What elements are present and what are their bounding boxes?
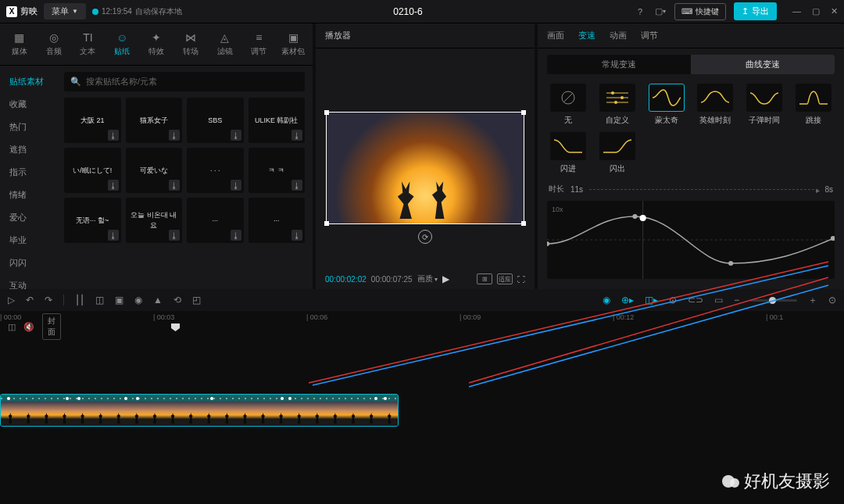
category-item[interactable]: 贴纸素材 xyxy=(0,70,56,93)
category-item[interactable]: 收藏 xyxy=(0,93,56,116)
preview-frame[interactable]: ⟳ xyxy=(326,112,524,224)
asset-tab-贴纸[interactable]: ☺贴纸 xyxy=(106,28,138,60)
curve-preset-flashout[interactable]: 闪出 xyxy=(596,132,639,174)
resize-handle-tl[interactable] xyxy=(324,110,329,115)
asset-tab-调节[interactable]: ≡调节 xyxy=(242,28,275,60)
download-icon[interactable]: ⭳ xyxy=(108,230,119,241)
curve-preset-hero[interactable]: 英雄时刻 xyxy=(694,84,737,126)
category-item[interactable]: 指示 xyxy=(0,161,56,184)
asset-tab-转场[interactable]: ⋈转场 xyxy=(174,28,207,60)
category-item[interactable]: 毕业 xyxy=(0,229,56,252)
duration-slider[interactable]: ▸ xyxy=(589,189,818,190)
download-icon[interactable]: ⭳ xyxy=(231,230,241,241)
zoom-fit-icon[interactable]: ⊙ xyxy=(828,295,836,306)
download-icon[interactable]: ⭳ xyxy=(169,130,180,141)
cover-button[interactable]: 封面 xyxy=(42,313,61,340)
asset-tab-媒体[interactable]: ▦媒体 xyxy=(3,28,36,60)
magnet-icon[interactable]: ⊙ xyxy=(669,295,677,306)
asset-tab-音频[interactable]: ◎音频 xyxy=(38,28,70,60)
category-item[interactable]: 情绪 xyxy=(0,184,56,206)
sticker-search-input[interactable]: 🔍 搜索贴纸名称/元素 xyxy=(64,72,305,91)
sticker-card[interactable]: い/眠にして!⭳ xyxy=(64,148,121,193)
resize-handle-br[interactable] xyxy=(521,221,526,226)
speed-curve-graph[interactable]: 10x xyxy=(547,201,835,279)
sticker-card[interactable]: 可爱いな⭳ xyxy=(126,148,183,193)
zoom-out-icon[interactable]: − xyxy=(734,295,739,306)
sticker-card[interactable]: ···⭳ xyxy=(187,198,244,243)
freeze-icon[interactable]: ◉ xyxy=(134,295,142,306)
sticker-card[interactable]: ULIKE 韩剧社⭳ xyxy=(249,98,306,143)
ratio-icon[interactable]: ⊞ xyxy=(477,273,492,284)
download-icon[interactable]: ⭳ xyxy=(291,180,302,191)
sticker-card[interactable]: SBS⭳ xyxy=(187,98,244,143)
download-icon[interactable]: ⭳ xyxy=(291,230,302,241)
resize-handle-bl[interactable] xyxy=(324,221,329,226)
speed-mode-curve[interactable]: 曲线变速 xyxy=(691,55,835,74)
curve-preset-flashin[interactable]: 闪进 xyxy=(547,132,590,174)
prop-tab-画面[interactable]: 画面 xyxy=(547,30,564,41)
menu-button[interactable]: 菜单▼ xyxy=(44,3,86,20)
crop-icon[interactable]: ◰ xyxy=(192,295,201,306)
rotate-icon[interactable]: ⟲ xyxy=(173,295,181,306)
asset-tab-特效[interactable]: ✦特效 xyxy=(140,28,173,60)
curve-preset-custom[interactable]: 自定义 xyxy=(596,84,639,126)
sticker-card[interactable]: 猫系女子⭳ xyxy=(126,98,183,143)
mic-icon[interactable]: ◉ xyxy=(603,295,610,306)
rotate-handle-icon[interactable]: ⟳ xyxy=(418,230,432,244)
asset-tab-素材包[interactable]: ▣素材包 xyxy=(277,28,309,60)
timeline-ruler[interactable]: | 00:00| 00:03| 00:06| 00:09| 00:12| 00:… xyxy=(0,311,844,327)
zoom-slider[interactable] xyxy=(750,299,797,302)
fullscreen-icon[interactable]: ⛶ xyxy=(517,275,525,284)
export-button[interactable]: ↥导出 xyxy=(734,2,777,20)
sticker-card[interactable]: 大阪 21⭳ xyxy=(64,98,121,143)
fit-icon[interactable]: 适应 xyxy=(497,273,513,284)
curve-preset-montage[interactable]: 蒙太奇 xyxy=(645,84,688,126)
curve-preset-bullet[interactable]: 子弹时间 xyxy=(743,84,786,126)
play-button[interactable]: ▶ xyxy=(442,273,449,284)
sticker-card[interactable]: ···⭳ xyxy=(249,198,306,243)
select-tool-icon[interactable]: ▷ xyxy=(8,295,15,306)
mute-icon[interactable]: 🔇 xyxy=(23,322,34,332)
category-item[interactable]: 爱心 xyxy=(0,206,56,229)
minimize-icon[interactable]: — xyxy=(792,6,801,16)
help-icon[interactable]: ? xyxy=(634,5,646,18)
shortcuts-button[interactable]: ⌨快捷键 xyxy=(674,3,726,20)
prop-tab-动画[interactable]: 动画 xyxy=(610,30,627,41)
link-icon[interactable]: ⊂⊃ xyxy=(688,295,703,306)
split-icon[interactable]: ⎮⎮ xyxy=(75,295,84,306)
toggle-track-icon[interactable]: ◫ xyxy=(8,322,16,332)
resize-handle-tr[interactable] xyxy=(521,110,526,115)
delete-right-icon[interactable]: ▣ xyxy=(115,295,123,306)
zoom-in-icon[interactable]: ＋ xyxy=(808,294,817,307)
asset-tab-文本[interactable]: TI文本 xyxy=(72,28,105,60)
sticker-card[interactable]: 오늘 비온대 내요⭳ xyxy=(126,198,183,243)
category-item[interactable]: 热门 xyxy=(0,116,56,138)
layout-icon[interactable]: ▢▾ xyxy=(654,5,667,18)
download-icon[interactable]: ⭳ xyxy=(169,180,180,191)
sticker-card[interactable]: 无语··· 헐~⭳ xyxy=(64,198,121,243)
download-icon[interactable]: ⭳ xyxy=(291,130,302,141)
redo-icon[interactable]: ↷ xyxy=(45,295,52,306)
sticker-card[interactable]: · · ·⭳ xyxy=(187,148,244,193)
speed-mode-normal[interactable]: 常规变速 xyxy=(547,55,691,74)
download-icon[interactable]: ⭳ xyxy=(108,130,119,141)
maximize-icon[interactable]: ▢ xyxy=(812,6,820,16)
category-item[interactable]: 互动 xyxy=(0,274,56,289)
category-item[interactable]: 闪闪 xyxy=(0,252,56,274)
download-icon[interactable]: ⭳ xyxy=(169,230,180,241)
delete-left-icon[interactable]: ◫ xyxy=(95,295,104,306)
preview-toggle-icon[interactable]: ▭ xyxy=(714,295,723,306)
mirror-icon[interactable]: ▲ xyxy=(153,295,163,306)
record-icon[interactable]: ⊕▸ xyxy=(621,295,634,306)
download-icon[interactable]: ⭳ xyxy=(231,130,241,141)
asset-tab-滤镜[interactable]: ◬滤镜 xyxy=(209,28,241,60)
download-icon[interactable]: ⭳ xyxy=(231,180,241,191)
prop-tab-调节[interactable]: 调节 xyxy=(641,30,658,41)
download-icon[interactable]: ⭳ xyxy=(108,180,119,191)
tool-icon-3[interactable]: ◫▸ xyxy=(645,295,658,306)
video-clip[interactable] xyxy=(0,394,399,427)
undo-icon[interactable]: ↶ xyxy=(26,295,34,306)
curve-preset-jump[interactable]: 跳接 xyxy=(792,84,835,126)
prop-tab-变速[interactable]: 变速 xyxy=(578,30,595,41)
quality-select[interactable]: 画质▾ xyxy=(417,273,438,284)
